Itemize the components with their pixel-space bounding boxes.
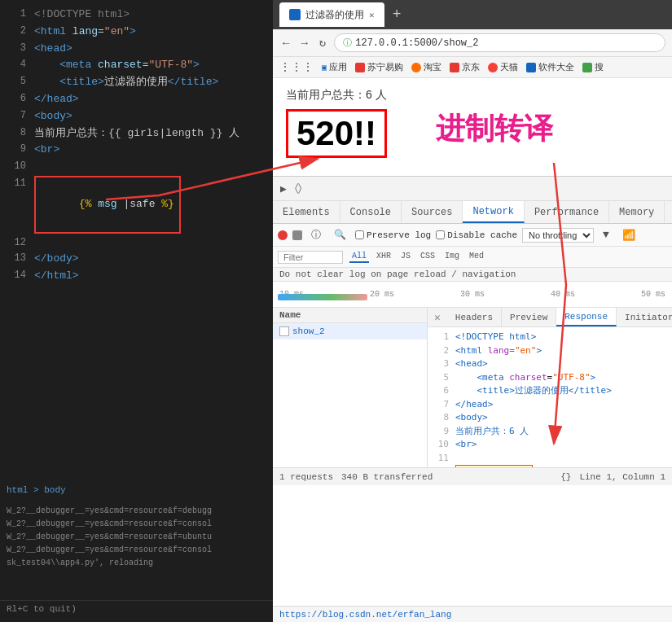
requests-panel: Name show_2 <box>273 308 428 467</box>
page-main-row: 520!! 进制转译 <box>286 109 659 158</box>
editor-quit-hint: Rl+C to quit) <box>0 600 273 619</box>
tooltip-text: Do not clear log on page reload / naviga… <box>279 269 516 279</box>
network-controls-bar: ⓘ 🔍 Preserve log Disable cache No thrott… <box>273 224 672 247</box>
response-panel: ✕ Headers Preview Response Initiator 1 <… <box>428 308 672 467</box>
address-text: 127.0.0.1:5000/show_2 <box>355 37 478 49</box>
throttle-select[interactable]: No throttling Slow 3G Fast 3G <box>522 228 594 243</box>
bookmark-apps[interactable]: ▣ 应用 <box>322 61 347 73</box>
disable-cache-label[interactable]: Disable cache <box>436 230 517 240</box>
editor-line-10: 10 <box>0 159 273 174</box>
refresh-button[interactable]: ↻ <box>316 34 329 51</box>
request-count: 1 requests <box>279 472 333 482</box>
filter-type-all[interactable]: All <box>349 251 369 263</box>
tab-console[interactable]: Console <box>340 201 402 223</box>
response-tab-response[interactable]: Response <box>556 308 617 326</box>
browser-tab[interactable]: 过滤器的使用 ✕ <box>279 2 384 27</box>
resp-line-6: 6 <title>过滤器的使用</title> <box>428 384 672 398</box>
bookmark-tianmao[interactable]: 天猫 <box>488 61 518 73</box>
forward-button[interactable]: → <box>297 35 310 51</box>
requests-header: Name <box>273 308 427 323</box>
editor-line-7: 7 <body> <box>0 108 273 125</box>
sw-favicon <box>526 63 536 72</box>
editor-status-lines: html > body W_2?__debugger__=yes&cmd=res… <box>0 480 273 573</box>
tooltip-bar: Do not clear log on page reload / naviga… <box>273 268 672 282</box>
disable-cache-checkbox[interactable] <box>436 230 445 239</box>
editor-line-8: 8 当前用户总共：{{ girls|length }} 人 <box>0 125 273 142</box>
wifi-icon[interactable]: 📶 <box>618 227 639 243</box>
bookmark-search[interactable]: 搜 <box>582 61 604 73</box>
editor-line-12: 12 <box>0 235 273 251</box>
throttle-down-icon[interactable]: ▼ <box>599 227 613 243</box>
tab-performance[interactable]: Performance <box>525 201 609 223</box>
bookmark-software[interactable]: 软件大全 <box>526 61 574 73</box>
response-tab-preview[interactable]: Preview <box>502 308 556 326</box>
devtools-toolbar: ▶ 〈〉 <box>273 177 672 201</box>
resp-line-1: 1 <!DOCTYPE html> <box>428 331 672 344</box>
tab-favicon <box>289 9 301 20</box>
apps-icon: ⋮⋮⋮ <box>279 60 314 74</box>
editor-line-3: 3 <head> <box>0 41 273 58</box>
chinese-text: 进制转译 <box>436 109 553 149</box>
response-tab-headers[interactable]: Headers <box>447 308 502 326</box>
editor-line-9: 9 <br> <box>0 142 273 159</box>
tm-favicon <box>488 63 498 72</box>
filter-type-xhr[interactable]: XHR <box>374 251 393 263</box>
response-close-icon[interactable]: ✕ <box>428 308 447 326</box>
resp-line-9: 9 当前用户共：6 人 <box>428 425 672 439</box>
filter-type-css[interactable]: CSS <box>418 251 437 263</box>
filter-type-js[interactable]: JS <box>398 251 413 263</box>
editor-line-13: 13 </body> <box>0 251 273 268</box>
address-input[interactable]: ⓘ 127.0.0.1:5000/show_2 <box>334 33 665 52</box>
bookmark-taobao[interactable]: 淘宝 <box>411 61 441 73</box>
taobao-favicon <box>411 63 421 72</box>
address-bar: ← → ↻ ⓘ 127.0.0.1:5000/show_2 <box>273 29 672 57</box>
filter-type-media[interactable]: Med <box>467 251 486 263</box>
devtools-tab-bar: Elements Console Sources Network Perform… <box>273 201 672 224</box>
request-item-show2[interactable]: show_2 <box>273 323 427 339</box>
preserve-log-checkbox[interactable] <box>355 230 364 239</box>
filter-input[interactable] <box>278 251 343 264</box>
record-button[interactable] <box>278 230 288 240</box>
lock-icon: ⓘ <box>343 37 352 49</box>
editor-line-2: 2 <html lang="en"> <box>0 24 273 41</box>
timeline-bar: 10 ms 20 ms 30 ms 40 ms 50 ms <box>273 282 672 308</box>
search-icon[interactable]: 🔍 <box>330 227 350 243</box>
response-tabs: ✕ Headers Preview Response Initiator <box>428 308 672 327</box>
editor-line-14: 14 </html> <box>0 268 273 285</box>
bookmark-jingdong[interactable]: 京东 <box>450 61 480 73</box>
bookmarks-bar: ⋮⋮⋮ ▣ 应用 苏宁易购 淘宝 京东 天猫 软件大全 搜 <box>273 57 672 78</box>
tab-network[interactable]: Network <box>463 201 524 223</box>
stop-button[interactable] <box>292 230 302 240</box>
element-picker-icon[interactable]: ▶ <box>276 181 291 197</box>
jd-favicon <box>450 63 459 72</box>
back-button[interactable]: ← <box>279 35 292 51</box>
new-tab-icon[interactable]: + <box>393 7 402 23</box>
resp-line-5: 5 <meta charset="UTF-8"> <box>428 371 672 385</box>
tab-elements[interactable]: Elements <box>273 201 340 223</box>
resp-line-2: 2 <html lang="en"> <box>428 344 672 358</box>
device-toolbar-icon[interactable]: 〈〉 <box>291 181 305 196</box>
editor-line-6: 6 </head> <box>0 91 273 108</box>
response-tab-initiator[interactable]: Initiator <box>617 308 672 326</box>
browser-tab-bar: 过滤器的使用 ✕ + <box>273 0 672 29</box>
transferred-size: 340 B transferred <box>341 472 433 482</box>
devtools-panel: ▶ 〈〉 Elements Console Sources Network Pe… <box>273 176 672 485</box>
tab-close-icon[interactable]: ✕ <box>369 10 375 20</box>
response-content: 1 <!DOCTYPE html> 2 <html lang="en"> 3 <… <box>428 327 672 467</box>
cursor-position: Line 1, Column 1 <box>579 472 665 482</box>
resp-line-8: 8 <body> <box>428 411 672 425</box>
user-count-text: 当前用户总共：6 人 <box>286 88 659 103</box>
filter-type-img[interactable]: Img <box>442 251 462 263</box>
preserve-log-label[interactable]: Preserve log <box>355 230 431 240</box>
search-favicon <box>582 63 592 72</box>
filter-icon[interactable]: ⓘ <box>307 226 325 243</box>
resp-line-7: 7 </head> <box>428 398 672 412</box>
suning-favicon <box>355 63 365 72</box>
bookmark-suning[interactable]: 苏宁易购 <box>355 61 403 73</box>
tab-sources[interactable]: Sources <box>402 201 463 223</box>
tab-memory[interactable]: Memory <box>609 201 665 223</box>
bottom-url: https://blog.csdn.net/erfan_lang <box>279 610 451 620</box>
tab-title: 过滤器的使用 <box>305 8 364 22</box>
page-content: 当前用户总共：6 人 520!! 进制转译 <box>273 78 672 176</box>
devtools-status-bar: 1 requests 340 B transferred {} Line 1, … <box>273 467 672 485</box>
